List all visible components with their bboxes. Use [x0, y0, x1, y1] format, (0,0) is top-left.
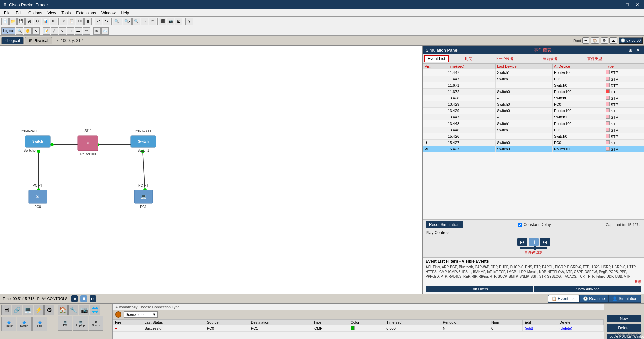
menu-file[interactable]: File: [1, 10, 13, 16]
event-row[interactable]: 13.447 -- Switch1 STP: [423, 114, 644, 120]
device-items[interactable]: 🔷Router 🔷Switch 🔷Hub: [1, 317, 55, 331]
close-btn[interactable]: ✕: [633, 2, 641, 7]
menu-help[interactable]: Help: [118, 10, 132, 16]
event-list-tab[interactable]: Event List: [424, 55, 449, 62]
event-row[interactable]: 11.447 Switch1 PC1 STP: [423, 76, 644, 82]
event-row[interactable]: 13.429 Switch0 PC0 STP: [423, 101, 644, 108]
fill-btn[interactable]: ▬: [75, 27, 82, 35]
event-row[interactable]: 15.426 -- Switch0 STP: [423, 133, 644, 140]
menu-extensions[interactable]: Extensions: [73, 10, 99, 16]
save-btn[interactable]: 💾: [17, 18, 25, 25]
zoom-reset-btn[interactable]: 🔍: [132, 18, 140, 25]
event-row[interactable]: 13.448 Switch1 PC1 STP: [423, 127, 644, 133]
zoom-in-btn[interactable]: 🔍+: [113, 18, 122, 25]
curve-btn[interactable]: ∿: [59, 27, 66, 35]
delete-btn[interactable]: 🗑: [84, 18, 92, 25]
links-type[interactable]: 🔗: [12, 305, 22, 315]
play-slider[interactable]: [520, 247, 547, 249]
cut-btn[interactable]: ✂: [76, 18, 84, 25]
dev-item-3-3[interactable]: 🖥Server: [89, 316, 103, 331]
device-type-selector[interactable]: 🖥 🔗 💻 ⚡ ⚙: [1, 305, 55, 315]
titlebar-controls[interactable]: ─ □ ✕: [614, 2, 641, 7]
event-row[interactable]: 13.448 Switch1 Router100 STP: [423, 120, 644, 127]
dev2-4[interactable]: 🌐: [90, 305, 100, 315]
pen-btn[interactable]: ✏: [83, 27, 90, 35]
menu-view[interactable]: View: [45, 10, 59, 16]
dev2-2[interactable]: 🔧: [68, 305, 78, 315]
event-row[interactable]: 13.428 -- Switch0 STP: [423, 95, 644, 101]
search-btn[interactable]: 🔍: [16, 27, 23, 35]
copy-btn[interactable]: ⎘: [60, 18, 67, 25]
event-row[interactable]: 11.447 Switch1 Router100 STP: [423, 69, 644, 76]
logical-btn[interactable]: Logical: [1, 27, 15, 35]
minimize-btn[interactable]: ─: [614, 2, 621, 7]
delete-pdu-btn[interactable]: Delete: [607, 324, 641, 332]
play-forward-btn[interactable]: ⏭: [540, 238, 550, 246]
undo-btn[interactable]: ↩: [95, 18, 102, 25]
status-play-pause[interactable]: ⏸: [80, 295, 87, 302]
ladder-btn[interactable]: 📊: [42, 18, 49, 25]
menu-tools[interactable]: Tools: [59, 10, 73, 16]
paste-btn[interactable]: 📋: [68, 18, 75, 25]
custom-type[interactable]: ⚙: [44, 305, 54, 315]
logical-tab[interactable]: · Logical: [1, 37, 24, 44]
edit-filters-btn[interactable]: Edit Filters: [426, 286, 533, 292]
clock-btn[interactable]: 🕐 07:06:00: [619, 37, 643, 44]
constant-delay-checkbox[interactable]: [518, 223, 522, 227]
open-btn[interactable]: 📁: [9, 18, 17, 25]
cloud-btn[interactable]: ☁: [609, 37, 617, 44]
pdu-edit[interactable]: (edit): [523, 325, 557, 332]
right-panel-tabs[interactable]: 📋 Event List 🕐 Realtime 👤 Simulation: [548, 295, 641, 303]
note-btn[interactable]: 📝: [43, 27, 50, 35]
topology-canvas[interactable]: Switch 2960-24TT Switch0 ✉ 2811 Router10…: [0, 46, 423, 294]
event-row[interactable]: 13.429 Switch0 Router100 STP: [423, 108, 644, 114]
dev-item-3-1[interactable]: 💻PC: [58, 316, 72, 331]
sim-panel-buttons[interactable]: ⊞ ✕: [627, 48, 641, 53]
menu-edit[interactable]: Edit: [13, 10, 25, 16]
event-row[interactable]: 👁 15.427 Switch0 Router100 STP: [423, 146, 644, 152]
realtime-rpanel-tab[interactable]: 🕐 Realtime: [580, 295, 608, 302]
close-panel-btn[interactable]: ✕: [635, 48, 641, 53]
switch-item[interactable]: 🔷Switch: [17, 317, 32, 331]
filter-buttons[interactable]: Edit Filters Show All/None: [426, 286, 641, 292]
custom1-btn[interactable]: ⬛: [159, 18, 166, 25]
event-list-rpanel-tab[interactable]: 📋 Event List: [548, 295, 579, 302]
redo-btn[interactable]: ↪: [103, 18, 110, 25]
simulation-rpanel-tab[interactable]: 👤 Simulation: [609, 295, 641, 302]
device-items-2[interactable]: 🏠 🔧 📷 🌐: [58, 305, 111, 315]
expand-panel-btn[interactable]: ⊞: [627, 48, 634, 53]
status-play-fwd[interactable]: ⏭: [90, 295, 96, 302]
event-row[interactable]: 11.671 -- Switch0 DTP: [423, 82, 644, 89]
status-play-back[interactable]: ⏮: [71, 295, 78, 302]
menu-window[interactable]: Window: [99, 10, 118, 16]
maximize-btn[interactable]: □: [624, 2, 631, 7]
home-btn[interactable]: 🏠: [591, 37, 599, 44]
reset-simulation-button[interactable]: Reset Simulation: [426, 221, 463, 228]
router-item[interactable]: 🔷Router: [1, 317, 16, 331]
hub-item[interactable]: 🔷Hub: [32, 317, 47, 331]
custom3-btn[interactable]: 🖼: [175, 18, 182, 25]
menu-options[interactable]: Options: [25, 10, 45, 16]
network-devices-type[interactable]: 🖥: [1, 305, 11, 315]
annotation-btn[interactable]: ✏: [50, 18, 57, 25]
physical-tab[interactable]: ⊞ Physical: [25, 37, 52, 44]
envelope-btn[interactable]: 📨: [101, 27, 109, 35]
pdu-delete-cell[interactable]: (delete): [557, 325, 604, 332]
rect2-btn[interactable]: □: [67, 27, 74, 35]
move-btn[interactable]: ✋: [24, 27, 32, 35]
end-devices-type[interactable]: 💻: [23, 305, 33, 315]
dev2-1[interactable]: 🏠: [58, 305, 68, 315]
zoom-out-btn[interactable]: 🔍-: [123, 18, 132, 25]
email-btn[interactable]: ✉: [93, 27, 101, 35]
new-pdu-btn[interactable]: New: [607, 315, 641, 322]
print-btn[interactable]: 🖨: [25, 18, 33, 25]
oval-btn[interactable]: ⬭: [149, 18, 156, 25]
rect-btn[interactable]: ▭: [141, 18, 148, 25]
play-pause-btn[interactable]: ⏸: [529, 238, 539, 246]
show-all-none-btn[interactable]: Show All/None: [534, 286, 642, 292]
event-row[interactable]: 👁 15.427 Switch0 PC0 STP: [423, 140, 644, 146]
dev2-3[interactable]: 📷: [79, 305, 89, 315]
dev-item-3-2[interactable]: 💻Laptop: [73, 316, 88, 331]
device-items-3[interactable]: 💻PC 💻Laptop 🖥Server: [58, 316, 111, 331]
playback-buttons[interactable]: ⏮ ⏸ ⏭: [517, 238, 550, 246]
